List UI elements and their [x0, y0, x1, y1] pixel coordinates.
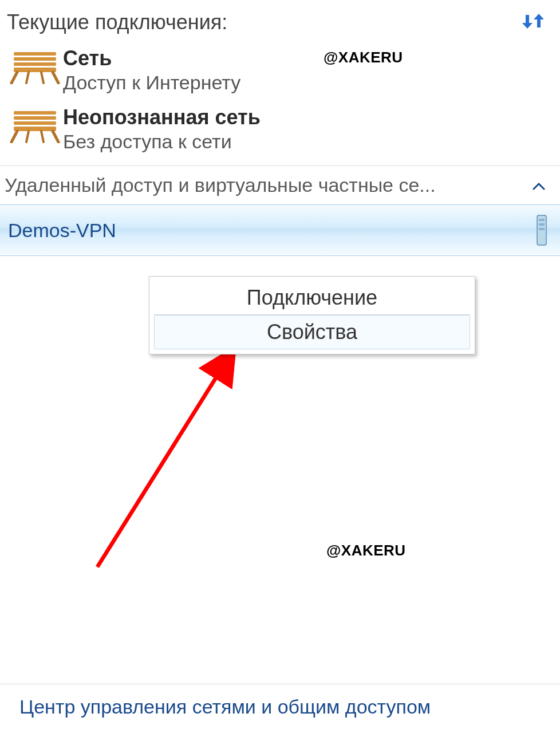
svg-line-14	[97, 355, 230, 567]
bench-icon	[7, 45, 63, 86]
bench-icon	[7, 104, 63, 145]
svg-rect-3	[14, 68, 56, 72]
chevron-up-icon	[533, 178, 545, 194]
watermark-text: @XAKERU	[326, 542, 406, 559]
svg-rect-1	[14, 57, 56, 61]
watermark-text: @XAKERU	[324, 49, 403, 66]
svg-rect-7	[14, 127, 56, 131]
svg-rect-10	[539, 219, 545, 221]
context-menu: Подключение Свойства	[149, 276, 475, 354]
network-center-link[interactable]: Центр управления сетями и общим доступом	[19, 696, 431, 718]
svg-rect-12	[539, 228, 545, 230]
connection-name: Сеть	[63, 46, 240, 70]
connection-status: Без доступа к сети	[63, 131, 261, 153]
menu-item-connect[interactable]: Подключение	[154, 281, 470, 314]
connection-item[interactable]: Сеть Доступ к Интернету	[0, 40, 560, 98]
footer: Центр управления сетями и общим доступом	[0, 684, 560, 733]
header: Текущие подключения:	[0, 0, 560, 40]
current-connections-heading: Текущие подключения:	[7, 10, 227, 34]
connection-text: Неопознанная сеть Без доступа к сети	[63, 104, 261, 153]
vpn-connection-item[interactable]: Demos-VPN	[0, 204, 560, 256]
connection-text: Сеть Доступ к Интернету	[63, 45, 240, 94]
svg-rect-2	[14, 62, 56, 66]
svg-rect-11	[539, 223, 545, 226]
refresh-icon[interactable]	[518, 10, 549, 36]
svg-rect-4	[14, 111, 56, 115]
annotation-arrow	[80, 332, 263, 578]
vpn-group-header[interactable]: Удаленный доступ и виртуальные частные с…	[0, 166, 560, 204]
connection-name: Неопознанная сеть	[63, 105, 261, 129]
connection-status: Доступ к Интернету	[63, 72, 240, 94]
vpn-group-label: Удаленный доступ и виртуальные частные с…	[5, 174, 436, 196]
vpn-connection-name: Demos-VPN	[8, 219, 116, 242]
svg-rect-6	[14, 121, 56, 125]
svg-rect-0	[14, 52, 56, 56]
svg-rect-5	[14, 116, 56, 120]
menu-item-properties[interactable]: Свойства	[154, 315, 470, 349]
signal-icon	[531, 213, 552, 247]
connection-item[interactable]: Неопознанная сеть Без доступа к сети	[0, 98, 560, 157]
